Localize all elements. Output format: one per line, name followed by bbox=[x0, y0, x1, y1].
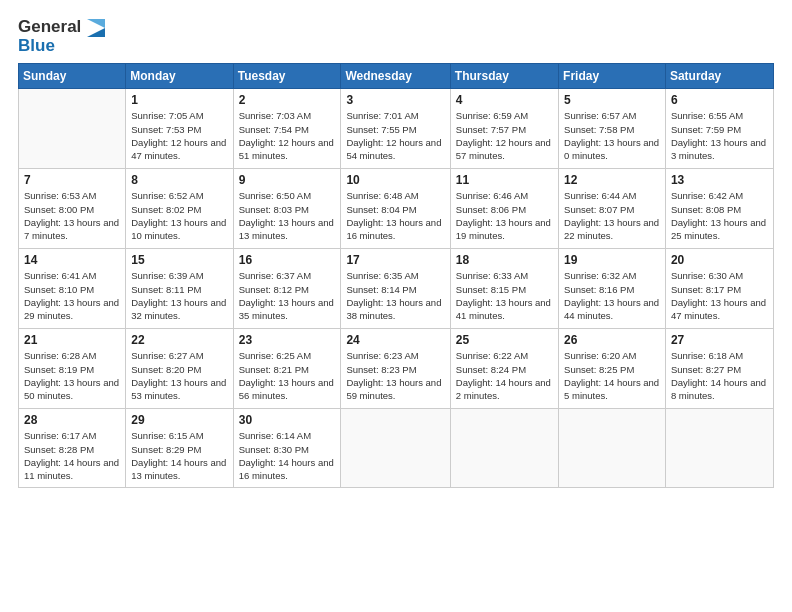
table-cell: 6Sunrise: 6:55 AMSunset: 7:59 PMDaylight… bbox=[665, 89, 773, 169]
table-cell: 8Sunrise: 6:52 AMSunset: 8:02 PMDaylight… bbox=[126, 169, 233, 249]
table-cell: 13Sunrise: 6:42 AMSunset: 8:08 PMDayligh… bbox=[665, 169, 773, 249]
day-info: Sunrise: 6:48 AMSunset: 8:04 PMDaylight:… bbox=[346, 189, 444, 242]
day-number: 1 bbox=[131, 93, 227, 107]
sunset-text: Sunset: 8:28 PM bbox=[24, 443, 120, 456]
day-number: 12 bbox=[564, 173, 660, 187]
day-number: 4 bbox=[456, 93, 553, 107]
day-number: 21 bbox=[24, 333, 120, 347]
sunrise-text: Sunrise: 6:30 AM bbox=[671, 269, 768, 282]
logo-triangle-icon bbox=[87, 19, 105, 37]
table-cell: 12Sunrise: 6:44 AMSunset: 8:07 PMDayligh… bbox=[559, 169, 666, 249]
sunset-text: Sunset: 8:15 PM bbox=[456, 283, 553, 296]
day-info: Sunrise: 6:33 AMSunset: 8:15 PMDaylight:… bbox=[456, 269, 553, 322]
header-wednesday: Wednesday bbox=[341, 64, 450, 89]
sunrise-text: Sunrise: 6:37 AM bbox=[239, 269, 336, 282]
day-number: 2 bbox=[239, 93, 336, 107]
sunset-text: Sunset: 7:59 PM bbox=[671, 123, 768, 136]
day-info: Sunrise: 6:59 AMSunset: 7:57 PMDaylight:… bbox=[456, 109, 553, 162]
svg-marker-1 bbox=[87, 19, 105, 28]
day-number: 28 bbox=[24, 413, 120, 427]
day-info: Sunrise: 6:30 AMSunset: 8:17 PMDaylight:… bbox=[671, 269, 768, 322]
table-cell: 24Sunrise: 6:23 AMSunset: 8:23 PMDayligh… bbox=[341, 329, 450, 409]
day-info: Sunrise: 6:41 AMSunset: 8:10 PMDaylight:… bbox=[24, 269, 120, 322]
day-info: Sunrise: 7:05 AMSunset: 7:53 PMDaylight:… bbox=[131, 109, 227, 162]
header-monday: Monday bbox=[126, 64, 233, 89]
table-cell: 11Sunrise: 6:46 AMSunset: 8:06 PMDayligh… bbox=[450, 169, 558, 249]
day-number: 9 bbox=[239, 173, 336, 187]
table-cell: 16Sunrise: 6:37 AMSunset: 8:12 PMDayligh… bbox=[233, 249, 341, 329]
day-number: 15 bbox=[131, 253, 227, 267]
sunrise-text: Sunrise: 6:50 AM bbox=[239, 189, 336, 202]
day-info: Sunrise: 6:23 AMSunset: 8:23 PMDaylight:… bbox=[346, 349, 444, 402]
day-info: Sunrise: 6:50 AMSunset: 8:03 PMDaylight:… bbox=[239, 189, 336, 242]
sunrise-text: Sunrise: 6:59 AM bbox=[456, 109, 553, 122]
sunrise-text: Sunrise: 6:41 AM bbox=[24, 269, 120, 282]
sunrise-text: Sunrise: 6:28 AM bbox=[24, 349, 120, 362]
sunrise-text: Sunrise: 6:25 AM bbox=[239, 349, 336, 362]
daylight-text: Daylight: 13 hours and 0 minutes. bbox=[564, 136, 660, 163]
day-number: 6 bbox=[671, 93, 768, 107]
table-cell: 4Sunrise: 6:59 AMSunset: 7:57 PMDaylight… bbox=[450, 89, 558, 169]
logo: General Blue bbox=[18, 18, 106, 55]
day-info: Sunrise: 6:22 AMSunset: 8:24 PMDaylight:… bbox=[456, 349, 553, 402]
logo-line1: General bbox=[18, 18, 106, 37]
day-info: Sunrise: 6:57 AMSunset: 7:58 PMDaylight:… bbox=[564, 109, 660, 162]
day-number: 27 bbox=[671, 333, 768, 347]
table-cell: 5Sunrise: 6:57 AMSunset: 7:58 PMDaylight… bbox=[559, 89, 666, 169]
sunrise-text: Sunrise: 6:48 AM bbox=[346, 189, 444, 202]
sunrise-text: Sunrise: 6:46 AM bbox=[456, 189, 553, 202]
day-info: Sunrise: 6:20 AMSunset: 8:25 PMDaylight:… bbox=[564, 349, 660, 402]
sunset-text: Sunset: 7:55 PM bbox=[346, 123, 444, 136]
day-info: Sunrise: 7:03 AMSunset: 7:54 PMDaylight:… bbox=[239, 109, 336, 162]
day-number: 30 bbox=[239, 413, 336, 427]
sunset-text: Sunset: 8:03 PM bbox=[239, 203, 336, 216]
sunrise-text: Sunrise: 6:53 AM bbox=[24, 189, 120, 202]
table-cell bbox=[450, 409, 558, 487]
sunrise-text: Sunrise: 7:03 AM bbox=[239, 109, 336, 122]
table-cell: 3Sunrise: 7:01 AMSunset: 7:55 PMDaylight… bbox=[341, 89, 450, 169]
day-number: 8 bbox=[131, 173, 227, 187]
daylight-text: Daylight: 13 hours and 22 minutes. bbox=[564, 216, 660, 243]
sunset-text: Sunset: 8:24 PM bbox=[456, 363, 553, 376]
header-tuesday: Tuesday bbox=[233, 64, 341, 89]
day-number: 22 bbox=[131, 333, 227, 347]
sunrise-text: Sunrise: 6:42 AM bbox=[671, 189, 768, 202]
sunrise-text: Sunrise: 6:33 AM bbox=[456, 269, 553, 282]
day-info: Sunrise: 6:37 AMSunset: 8:12 PMDaylight:… bbox=[239, 269, 336, 322]
sunrise-text: Sunrise: 6:44 AM bbox=[564, 189, 660, 202]
daylight-text: Daylight: 14 hours and 8 minutes. bbox=[671, 376, 768, 403]
daylight-text: Daylight: 14 hours and 5 minutes. bbox=[564, 376, 660, 403]
header-saturday: Saturday bbox=[665, 64, 773, 89]
sunrise-text: Sunrise: 6:55 AM bbox=[671, 109, 768, 122]
daylight-text: Daylight: 13 hours and 16 minutes. bbox=[346, 216, 444, 243]
sunset-text: Sunset: 7:57 PM bbox=[456, 123, 553, 136]
sunrise-text: Sunrise: 6:39 AM bbox=[131, 269, 227, 282]
day-number: 29 bbox=[131, 413, 227, 427]
sunrise-text: Sunrise: 7:05 AM bbox=[131, 109, 227, 122]
day-number: 25 bbox=[456, 333, 553, 347]
table-cell: 21Sunrise: 6:28 AMSunset: 8:19 PMDayligh… bbox=[19, 329, 126, 409]
table-cell: 29Sunrise: 6:15 AMSunset: 8:29 PMDayligh… bbox=[126, 409, 233, 487]
daylight-text: Daylight: 12 hours and 54 minutes. bbox=[346, 136, 444, 163]
day-info: Sunrise: 6:18 AMSunset: 8:27 PMDaylight:… bbox=[671, 349, 768, 402]
table-cell: 28Sunrise: 6:17 AMSunset: 8:28 PMDayligh… bbox=[19, 409, 126, 487]
table-cell: 27Sunrise: 6:18 AMSunset: 8:27 PMDayligh… bbox=[665, 329, 773, 409]
daylight-text: Daylight: 13 hours and 56 minutes. bbox=[239, 376, 336, 403]
day-number: 11 bbox=[456, 173, 553, 187]
sunset-text: Sunset: 8:00 PM bbox=[24, 203, 120, 216]
day-number: 13 bbox=[671, 173, 768, 187]
daylight-text: Daylight: 13 hours and 53 minutes. bbox=[131, 376, 227, 403]
table-cell bbox=[559, 409, 666, 487]
sunset-text: Sunset: 8:30 PM bbox=[239, 443, 336, 456]
daylight-text: Daylight: 12 hours and 51 minutes. bbox=[239, 136, 336, 163]
table-cell: 10Sunrise: 6:48 AMSunset: 8:04 PMDayligh… bbox=[341, 169, 450, 249]
day-info: Sunrise: 6:39 AMSunset: 8:11 PMDaylight:… bbox=[131, 269, 227, 322]
day-number: 3 bbox=[346, 93, 444, 107]
sunset-text: Sunset: 8:12 PM bbox=[239, 283, 336, 296]
sunrise-text: Sunrise: 6:35 AM bbox=[346, 269, 444, 282]
sunset-text: Sunset: 8:21 PM bbox=[239, 363, 336, 376]
day-number: 20 bbox=[671, 253, 768, 267]
day-info: Sunrise: 6:32 AMSunset: 8:16 PMDaylight:… bbox=[564, 269, 660, 322]
day-info: Sunrise: 6:25 AMSunset: 8:21 PMDaylight:… bbox=[239, 349, 336, 402]
day-number: 14 bbox=[24, 253, 120, 267]
